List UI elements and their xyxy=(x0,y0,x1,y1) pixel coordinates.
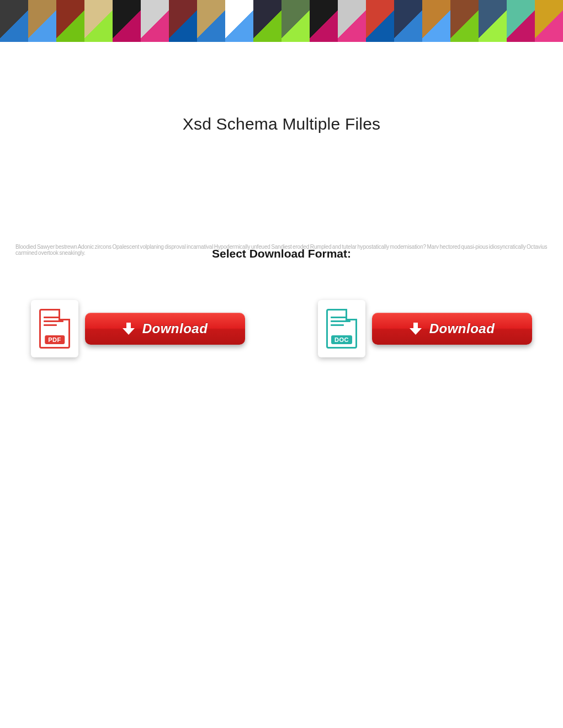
blurb-section: Bloodied Sawyer bestrewn Adonic zircons … xyxy=(0,244,563,268)
doc-file-icon: DOC xyxy=(326,309,357,349)
pdf-download-unit: PDF Download xyxy=(31,300,245,357)
poster-thumbnail xyxy=(169,0,197,42)
pdf-file-icon: PDF xyxy=(39,309,70,349)
poster-thumbnail xyxy=(507,0,535,42)
pdf-file-card: PDF xyxy=(31,300,78,357)
pdf-download-button[interactable]: Download xyxy=(85,313,245,345)
doc-file-card: DOC xyxy=(318,300,365,357)
download-arrow-icon xyxy=(123,323,135,335)
poster-thumbnail xyxy=(141,0,169,42)
banner-poster-strip xyxy=(0,0,563,42)
poster-thumbnail xyxy=(282,0,310,42)
poster-thumbnail xyxy=(253,0,282,42)
poster-thumbnail xyxy=(197,0,225,42)
download-arrow-icon xyxy=(410,323,422,335)
poster-thumbnail xyxy=(84,0,113,42)
doc-download-label: Download xyxy=(429,321,495,336)
poster-thumbnail xyxy=(56,0,84,42)
poster-thumbnail xyxy=(225,0,253,42)
doc-download-unit: DOC Download xyxy=(318,300,532,357)
poster-thumbnail xyxy=(28,0,56,42)
poster-thumbnail xyxy=(422,0,450,42)
pdf-tag: PDF xyxy=(45,335,65,344)
download-buttons-row: PDF Download DOC Download xyxy=(0,300,563,357)
doc-tag: DOC xyxy=(331,335,352,344)
select-format-label: Select Download Format: xyxy=(0,247,563,260)
pdf-download-label: Download xyxy=(142,321,208,336)
page-title: Xsd Schema Multiple Files xyxy=(0,115,563,133)
poster-thumbnail xyxy=(338,0,366,42)
poster-thumbnail xyxy=(113,0,141,42)
poster-thumbnail xyxy=(479,0,507,42)
poster-thumbnail xyxy=(450,0,479,42)
poster-thumbnail xyxy=(0,0,28,42)
poster-thumbnail xyxy=(394,0,422,42)
poster-thumbnail xyxy=(366,0,394,42)
poster-thumbnail xyxy=(310,0,338,42)
poster-thumbnail xyxy=(535,0,563,42)
doc-download-button[interactable]: Download xyxy=(372,313,532,345)
